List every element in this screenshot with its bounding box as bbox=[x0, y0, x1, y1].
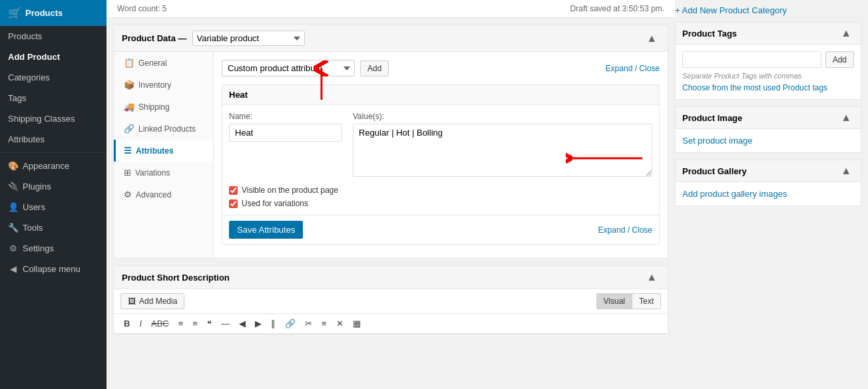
tab-variations[interactable]: ⊞ Variations bbox=[114, 162, 213, 184]
attribute-name-input[interactable] bbox=[229, 124, 342, 142]
attributes-top-bar: Custom product attribute Add Expand / Cl… bbox=[222, 60, 660, 76]
save-attributes-button[interactable]: Save Attributes bbox=[229, 221, 303, 239]
draft-saved-text: Draft saved at 3:50:53 pm. bbox=[570, 4, 664, 13]
plugins-icon: 🔌 bbox=[8, 182, 19, 192]
editor-ul-btn[interactable]: ≡ bbox=[175, 317, 187, 330]
tab-attributes[interactable]: ☰ Attributes bbox=[114, 140, 213, 162]
sidebar-label-attributes: Attributes bbox=[8, 134, 45, 144]
editor-unlink-btn[interactable]: ✂ bbox=[302, 317, 316, 330]
sidebar-label-products: Products bbox=[8, 31, 42, 41]
sidebar-item-shipping-classes[interactable]: Shipping Classes bbox=[0, 108, 107, 129]
editor-strikethrough-btn[interactable]: ABC bbox=[148, 317, 172, 330]
product-gallery-collapse-btn[interactable]: ▲ bbox=[838, 165, 854, 177]
tab-attributes-label: Attributes bbox=[136, 146, 174, 156]
tools-icon: 🔧 bbox=[8, 223, 19, 233]
linked-products-tab-icon: 🔗 bbox=[124, 124, 134, 134]
editor-toolbar: B I ABC ≡ ≡ ❝ — ◀ ▶ ‖ 🔗 ✂ ≡ ✕ ▦ bbox=[114, 314, 668, 334]
attribute-add-button[interactable]: Add bbox=[360, 61, 389, 76]
sidebar-label-tools: Tools bbox=[23, 223, 43, 233]
product-data-header-left: Product Data — Variable product Simple p… bbox=[122, 31, 305, 46]
main-content: Word count: 5 Draft saved at 3:50:53 pm.… bbox=[107, 0, 675, 389]
attribute-name-label: Name: bbox=[229, 112, 342, 121]
attribute-type-select[interactable]: Custom product attribute bbox=[222, 60, 355, 76]
tab-inventory[interactable]: 📦 Inventory bbox=[114, 74, 213, 96]
general-tab-icon: 📋 bbox=[124, 58, 134, 68]
sidebar-header[interactable]: 🛒 Products bbox=[0, 0, 107, 26]
visual-tab[interactable]: Visual bbox=[596, 293, 632, 309]
set-product-image-link[interactable]: Set product image bbox=[682, 136, 753, 146]
short-description-title: Product Short Description bbox=[122, 273, 230, 283]
sidebar-item-products[interactable]: Products bbox=[0, 26, 107, 47]
sidebar-label-plugins: Plugins bbox=[23, 182, 51, 192]
product-data-collapse-btn[interactable]: ▲ bbox=[644, 33, 660, 45]
editor-table-btn[interactable]: ▦ bbox=[349, 317, 364, 330]
editor-link-btn[interactable]: 🔗 bbox=[282, 317, 299, 330]
attributes-tab-icon: ☰ bbox=[124, 146, 132, 156]
sidebar-item-attributes[interactable]: Attributes bbox=[0, 129, 107, 150]
editor-indent-btn[interactable]: ≡ bbox=[318, 317, 330, 330]
sidebar-item-collapse[interactable]: ◀ Collapse menu bbox=[0, 259, 107, 279]
sidebar-item-tools[interactable]: 🔧 Tools bbox=[0, 217, 107, 238]
visible-on-page-label: Visible on the product page bbox=[242, 186, 338, 195]
used-for-variations-label: Used for variations bbox=[242, 199, 308, 208]
attribute-name-field: Name: bbox=[229, 112, 342, 179]
attribute-checkboxes: Visible on the product page Used for var… bbox=[229, 186, 652, 208]
product-data-inner: 📋 General 📦 Inventory 🚚 Shipping 🔗 Linke… bbox=[114, 52, 668, 258]
sidebar-item-categories[interactable]: Categories bbox=[0, 67, 107, 88]
attribute-block-header: Heat bbox=[222, 85, 659, 105]
editor-hr-btn[interactable]: — bbox=[218, 317, 233, 330]
expand-close-top-link[interactable]: Expand / Close bbox=[606, 64, 660, 73]
attribute-values-textarea[interactable]: Regular | Hot | Bolling bbox=[353, 124, 652, 177]
editor-align-left-btn[interactable]: ◀ bbox=[236, 317, 249, 330]
tab-advanced-label: Advanced bbox=[136, 190, 171, 199]
short-description-collapse-btn[interactable]: ▲ bbox=[644, 271, 660, 283]
attribute-values-label: Value(s): bbox=[353, 112, 652, 121]
expand-close-bottom-link[interactable]: Expand / Close bbox=[598, 225, 652, 235]
visual-text-tabs: Visual Text bbox=[596, 293, 661, 309]
editor-align-right-btn[interactable]: ‖ bbox=[268, 317, 279, 330]
visible-on-page-row: Visible on the product page bbox=[229, 186, 652, 195]
tab-general-label: General bbox=[138, 59, 167, 68]
tab-shipping[interactable]: 🚚 Shipping bbox=[114, 96, 213, 118]
text-tab[interactable]: Text bbox=[632, 293, 661, 309]
sidebar-item-add-product[interactable]: Add Product bbox=[0, 47, 107, 67]
sidebar: 🛒 Products Products Add Product Categori… bbox=[0, 0, 107, 389]
tab-linked-products[interactable]: 🔗 Linked Products bbox=[114, 118, 213, 140]
sidebar-item-plugins[interactable]: 🔌 Plugins bbox=[0, 176, 107, 197]
advanced-tab-icon: ⚙ bbox=[124, 190, 132, 199]
editor-bold-btn[interactable]: B bbox=[120, 317, 133, 330]
tab-variations-label: Variations bbox=[135, 168, 170, 178]
product-tags-most-used-link[interactable]: Choose from the most used Product tags bbox=[682, 83, 827, 92]
attribute-block-body: Name: Value(s): Regular | Hot | Bolling bbox=[222, 105, 659, 215]
sidebar-item-appearance[interactable]: 🎨 Appearance bbox=[0, 156, 107, 176]
add-gallery-images-link[interactable]: Add product gallery images bbox=[682, 189, 787, 199]
visible-on-page-checkbox[interactable] bbox=[229, 186, 238, 195]
product-type-select[interactable]: Variable product Simple product Grouped … bbox=[192, 31, 305, 46]
used-for-variations-checkbox[interactable] bbox=[229, 199, 238, 208]
add-new-category-link[interactable]: + Add New Product Category bbox=[675, 5, 787, 15]
product-tags-collapse-btn[interactable]: ▲ bbox=[838, 27, 854, 39]
tab-linked-products-label: Linked Products bbox=[138, 124, 196, 134]
editor-fullscreen-btn[interactable]: ✕ bbox=[333, 317, 347, 330]
sidebar-item-settings[interactable]: ⚙ Settings bbox=[0, 238, 107, 259]
product-gallery-body: Add product gallery images bbox=[676, 182, 861, 205]
short-description-section: Product Short Description ▲ 🖼 Add Media … bbox=[113, 265, 668, 334]
tab-general[interactable]: 📋 General bbox=[114, 52, 213, 74]
product-tags-input[interactable] bbox=[682, 51, 821, 68]
sidebar-item-users[interactable]: 👤 Users bbox=[0, 197, 107, 217]
add-media-button[interactable]: 🖼 Add Media bbox=[120, 293, 184, 309]
product-image-title: Product Image bbox=[682, 113, 742, 123]
tab-advanced[interactable]: ⚙ Advanced bbox=[114, 184, 213, 205]
product-tags-title: Product Tags bbox=[682, 29, 737, 39]
editor-italic-btn[interactable]: I bbox=[136, 317, 145, 330]
sidebar-label-shipping-classes: Shipping Classes bbox=[8, 114, 75, 124]
product-image-widget: Product Image ▲ Set product image bbox=[675, 106, 861, 153]
product-tags-hint: Separate Product Tags with commas bbox=[682, 72, 854, 80]
editor-blockquote-btn[interactable]: ❝ bbox=[204, 317, 215, 330]
sidebar-item-tags[interactable]: Tags bbox=[0, 88, 107, 108]
editor-align-center-btn[interactable]: ▶ bbox=[252, 317, 265, 330]
product-image-collapse-btn[interactable]: ▲ bbox=[838, 112, 854, 124]
product-tags-body: Add Separate Product Tags with commas Ch… bbox=[676, 45, 861, 99]
editor-ol-btn[interactable]: ≡ bbox=[189, 317, 201, 330]
product-tags-add-button[interactable]: Add bbox=[825, 51, 854, 68]
